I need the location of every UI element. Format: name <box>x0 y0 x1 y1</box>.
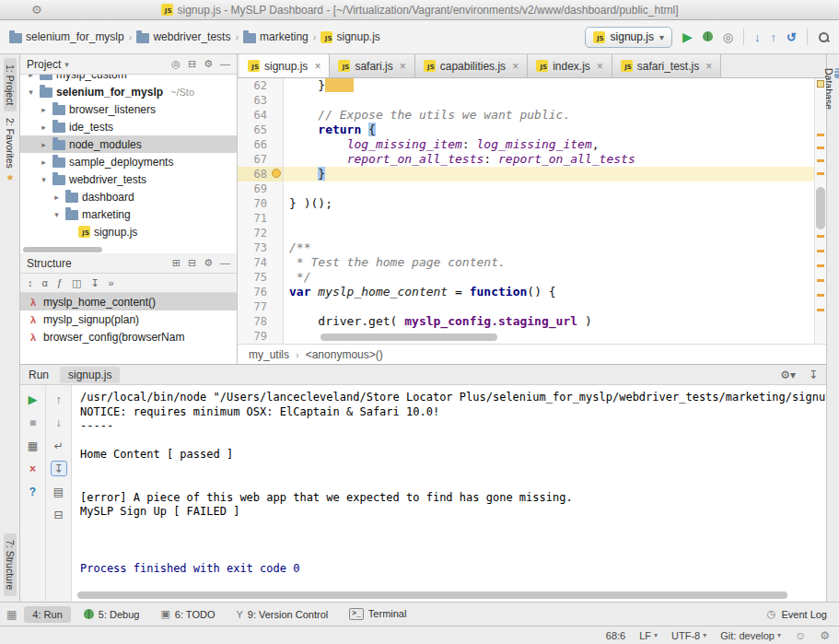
vcs-update-button[interactable]: ↓ <box>754 31 761 43</box>
structure-item-browser_config(browserNam[interactable]: λbrowser_config(browserNam <box>20 328 237 345</box>
caret-position[interactable]: 68:6 <box>606 630 625 641</box>
hide-panel-icon[interactable]: ― <box>220 58 230 70</box>
chevron-collapsed-icon[interactable]: ▸ <box>52 193 62 202</box>
tree-item-browser_listeners[interactable]: ▸browser_listeners <box>20 100 237 118</box>
gear-icon[interactable]: ⚙ <box>204 257 213 269</box>
code-line-77[interactable]: 77 <box>238 299 814 314</box>
code-area[interactable]: 62 } 6364 // Expose the utils we want pu… <box>238 78 814 344</box>
code-line-73[interactable]: 73/** <box>238 240 814 255</box>
scrollbar-thumb[interactable] <box>23 247 102 252</box>
code-line-70[interactable]: 70} )(); <box>238 196 814 211</box>
code-line-74[interactable]: 74 * Test the home page content. <box>238 255 814 270</box>
error-stripe-mark[interactable] <box>817 172 824 175</box>
code-line-67[interactable]: 67 report_on_all_tests: report_on_all_te… <box>238 152 814 167</box>
chevron-expanded-icon[interactable]: ▾ <box>26 88 36 97</box>
toolwindow-switcher-icon[interactable]: ▦ <box>6 608 17 621</box>
close-tab-icon[interactable]: × <box>597 60 603 73</box>
tree-item-dashboard[interactable]: ▸dashboard <box>20 188 237 205</box>
run-with-coverage-button[interactable]: ◎ <box>723 31 733 43</box>
error-stripe-mark[interactable] <box>817 264 824 267</box>
help-button[interactable]: ? <box>25 484 41 499</box>
scroll-to-end-button[interactable]: ↧ <box>51 461 67 476</box>
tree-item-sample_deployments[interactable]: ▸sample_deployments <box>20 153 237 170</box>
code-line-76[interactable]: 76var myslp_home_content = function() { <box>238 285 814 299</box>
tree-item-myslp_custom[interactable]: ▸myslp_custom <box>20 75 237 83</box>
gear-icon[interactable]: ⚙▾ <box>780 369 796 381</box>
close-tab-icon[interactable]: × <box>400 60 406 73</box>
code-line-64[interactable]: 64 // Expose the utils we want public. <box>238 108 814 123</box>
inspections-hector-icon[interactable]: ☺ <box>795 629 806 642</box>
close-tab-icon[interactable]: × <box>512 60 519 73</box>
collapse-all-icon[interactable]: ⊟ <box>188 257 196 269</box>
sort-by-visibility-icon[interactable]: ↕ <box>28 277 33 288</box>
editor-tab-capabilities.js[interactable]: JScapabilities.js× <box>415 54 528 77</box>
breadcrumb-signup.js[interactable]: JSsignup.js <box>320 30 379 43</box>
error-stripe-mark[interactable] <box>817 80 824 88</box>
breadcrumb-webdriver_tests[interactable]: webdriver_tests <box>136 30 230 43</box>
error-stripe-mark[interactable] <box>817 134 824 136</box>
more-options-icon[interactable]: » <box>109 277 114 288</box>
hide-toolwindow-icon[interactable]: ↧ <box>809 369 818 381</box>
tree-item-selenium_for_myslp[interactable]: ▾selenium_for_myslp~/Sto <box>20 83 237 100</box>
next-occurrence-button[interactable]: ↓ <box>51 415 67 430</box>
structure-item-myslp_home_content()[interactable]: λmyslp_home_content() <box>20 293 237 310</box>
encoding-selector[interactable]: UTF-8▾ <box>671 630 706 641</box>
close-tab-icon[interactable]: × <box>705 60 712 73</box>
chevron-expanded-icon[interactable]: ▾ <box>39 175 49 184</box>
code-line-78[interactable]: 78 driver.get( myslp_config.staging_url … <box>238 314 814 329</box>
rerun-button[interactable]: ▶ <box>25 392 41 407</box>
code-line-75[interactable]: 75 */ <box>238 270 814 285</box>
stop-button[interactable]: ■ <box>25 415 41 430</box>
code-line-63[interactable]: 63 <box>238 93 814 108</box>
line-separator-selector[interactable]: LF▾ <box>639 630 658 641</box>
structure-list[interactable]: λmyslp_home_content()λmyslp_signup(plan)… <box>20 293 237 364</box>
toolwindow-button-Terminal[interactable]: >_Terminal <box>341 605 414 622</box>
code-line-72[interactable]: 72 <box>238 226 814 240</box>
editor-tab-signup.js[interactable]: JSsignup.js× <box>239 54 330 77</box>
print-button[interactable]: ▤ <box>51 484 67 499</box>
chevron-expanded-icon[interactable]: ▾ <box>52 210 62 219</box>
error-stripe-mark[interactable] <box>817 279 824 282</box>
code-line-69[interactable]: 69 <box>238 181 814 196</box>
collapse-all-icon[interactable]: ⊟ <box>188 58 196 70</box>
autoscroll-to-source-icon[interactable]: ↧ <box>90 277 99 289</box>
gear-icon[interactable]: ⚙ <box>204 58 213 70</box>
show-functions-icon[interactable]: ƒ <box>57 277 63 288</box>
run-configuration-select[interactable]: JS signup.js ▾ <box>585 27 672 48</box>
code-line-66[interactable]: 66 log_missing_item: log_missing_item, <box>238 137 814 152</box>
toolwindow-button-4: Run[interactable]: 4: Run <box>24 606 70 623</box>
editor-vscrollbar[interactable] <box>816 187 825 229</box>
search-everywhere-button[interactable] <box>818 31 830 43</box>
editor-tab-safari.js[interactable]: JSsafari.js× <box>330 54 414 77</box>
console-hscrollbar[interactable] <box>77 591 787 599</box>
toolwindow-tab-structure[interactable]: 7: Structure <box>4 533 17 596</box>
toolwindow-tab-favorites[interactable]: 2: Favorites★ <box>4 111 17 189</box>
run-content-tab[interactable]: signup.js <box>60 367 120 383</box>
console-output[interactable]: /usr/local/bin/node "/Users/lanceclevela… <box>72 385 826 602</box>
debug-button[interactable] <box>703 31 713 43</box>
tree-item-marketing[interactable]: ▾marketing <box>20 205 237 223</box>
gear-icon[interactable]: ⚙ <box>820 629 830 642</box>
error-stripe-mark[interactable] <box>817 250 824 252</box>
tree-item-ide_tests[interactable]: ▸ide_tests <box>20 118 237 135</box>
intention-bulb-icon[interactable] <box>272 169 281 178</box>
chevron-collapsed-icon[interactable]: ▸ <box>39 123 49 132</box>
git-branch-selector[interactable]: Git: develop▾ <box>720 630 781 641</box>
breadcrumb-anonymous[interactable]: <anonymous>() <box>306 348 383 361</box>
project-view-selector[interactable]: Project▾ <box>27 58 69 71</box>
locate-file-icon[interactable]: ◎ <box>171 58 181 70</box>
tree-item-signup.js[interactable]: JSsignup.js <box>20 223 237 240</box>
error-stripe-mark[interactable] <box>817 309 824 311</box>
breadcrumb-marketing[interactable]: marketing <box>243 30 309 43</box>
tree-item-webdriver_tests[interactable]: ▾webdriver_tests <box>20 170 237 188</box>
breadcrumb-my-utils[interactable]: my_utils <box>249 348 289 361</box>
error-stripe[interactable] <box>814 78 826 344</box>
event-log-button[interactable]: ◷ Event Log <box>767 608 833 620</box>
error-stripe-mark[interactable] <box>817 294 824 297</box>
chevron-collapsed-icon[interactable]: ▸ <box>26 75 36 79</box>
tree-item-node_modules[interactable]: ▸node_modules <box>20 135 237 153</box>
toolwindow-button-6: TODO[interactable]: ▣6: TODO <box>152 605 223 623</box>
close-button[interactable]: × <box>25 461 41 476</box>
chevron-collapsed-icon[interactable]: ▸ <box>39 140 49 149</box>
editor-hscrollbar[interactable] <box>320 334 497 341</box>
